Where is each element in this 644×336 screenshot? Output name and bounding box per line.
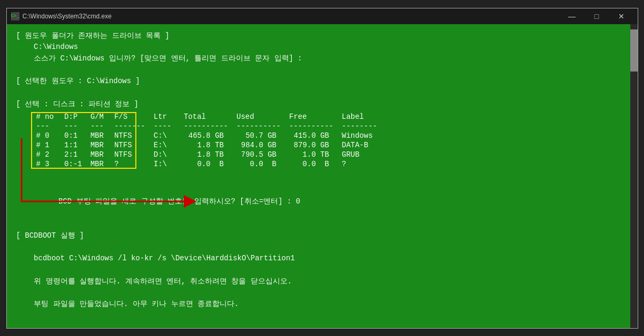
titlebar-left: C>_ C:\Windows\System32\cmd.exe [11,12,112,21]
line-4 [16,65,628,76]
titlebar: C>_ C:\Windows\System32\cmd.exe — □ ✕ [7,8,638,24]
col-ltr: Ltr [150,112,180,121]
table-header-row: # no D:P G/M F/S Ltr Total Used Free Lab… [32,112,382,121]
prompt-text: BCD 부팅 파일을 새로 구성할 번호를 입력하시오? [취소=엔터] : 0 [58,197,300,206]
line-3: 소스가 C:\Windows 입니까? [맞으면 엔터, 틀리면 드라이브 문자… [16,53,628,65]
scrollbar[interactable] [630,24,638,328]
line-2: C:\Windows [16,42,628,53]
msg2-line: 부팅 파일을 만들었습니다. 아무 키나 누르면 종료합니다. [16,299,628,310]
table-row: # 1 1:1 MBR NTFS E:\ 1.8 TB 984.0 GB 879… [32,140,382,150]
prompt-line: BCD 부팅 파일을 새로 구성할 번호를 입력하시오? [취소=엔터] : 0 [32,185,628,219]
col-free: Free [285,112,338,121]
line-blank4 [16,264,628,276]
terminal-content: [ 원도우 폴더가 존재하는 드라이브 목록 ] C:\Windows 소스가 … [7,24,638,328]
cmd-line: bcdboot C:\Windows /l ko-kr /s \Device\H… [16,253,628,264]
scrollbar-thumb[interactable] [630,29,638,72]
line-6 [16,87,628,99]
line-blank2 [16,219,628,230]
col-label: Label [338,112,381,121]
window-title: C:\Windows\System32\cmd.exe [23,13,112,20]
col-used: Used [232,112,285,121]
table-row: # 3 0:-1 MBR ? I:\ 0.0 B 0.0 B 0.0 B ? [32,159,382,169]
col-fs: F/S [110,112,150,121]
cmd-icon: C>_ [11,12,19,21]
line-5: [ 선택한 원도우 : C:\Windows ] [16,76,628,87]
section-line: [ BCDBOOT 실행 ] [16,230,628,242]
titlebar-controls: — □ ✕ [560,8,633,24]
minimize-button[interactable]: — [560,8,584,24]
table-sep-row: --- --- --- ------- ---- ---------- ----… [32,121,382,131]
table-row: # 2 2:1 MBR NTFS D:\ 1.8 TB 790.5 GB 1.0… [32,150,382,159]
close-button[interactable]: ✕ [610,8,633,24]
partition-table: # no D:P G/M F/S Ltr Total Used Free Lab… [32,112,382,169]
line-blank [16,173,628,185]
line-blank3 [16,241,628,253]
col-total: Total [180,112,232,121]
maximize-button[interactable]: □ [585,8,609,24]
msg1-line: 위 명령어를 실행합니다. 계속하려면 엔터, 취소하려면 창을 닫으십시오. [16,276,628,288]
line-7: [ 선택 : 디스크 : 파티션 정보 ] [16,99,628,110]
line-blank5 [16,287,628,299]
cmd-window: C>_ C:\Windows\System32\cmd.exe — □ ✕ [ … [6,8,638,329]
col-dp: D:P [60,112,86,121]
line-1: [ 원도우 폴더가 존재하는 드라이브 목록 ] [16,30,628,42]
col-gm: G/M [86,112,110,121]
table-row: # 0 0:1 MBR NTFS C:\ 465.8 GB 50.7 GB 41… [32,131,382,140]
col-no: # no [32,112,61,121]
